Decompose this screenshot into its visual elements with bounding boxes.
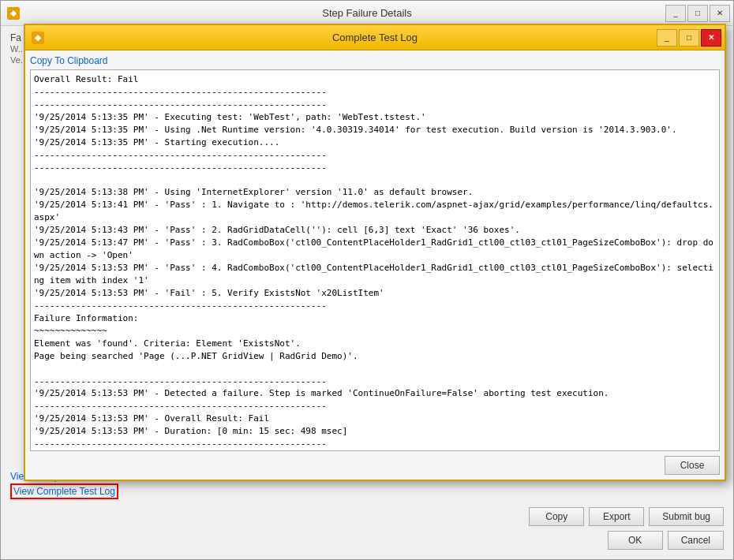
bg-window-title: Step Failure Details [322, 7, 411, 19]
bg-button-row2: OK Cancel [10, 531, 724, 550]
export-button[interactable]: Export [589, 507, 644, 526]
bg-button-row1: Copy Export Submit bug [10, 507, 724, 526]
modal-maximize-button[interactable]: □ [679, 29, 699, 47]
view-complete-log-link[interactable]: View Complete Test Log [10, 483, 118, 499]
modal-close-btn[interactable]: Close [665, 456, 720, 475]
bg-minimize-button[interactable]: _ [665, 5, 686, 22]
log-content: Overall Result: Fail -------------------… [34, 73, 716, 450]
submit-bug-button[interactable]: Submit bug [649, 507, 724, 526]
modal-log-area[interactable]: Overall Result: Fail -------------------… [30, 69, 720, 451]
bg-titlebar: ◆ Step Failure Details _ □ ✕ [1, 1, 733, 26]
modal-footer: Close [30, 451, 720, 475]
modal-close-button[interactable]: ✕ [701, 29, 721, 47]
ok-button[interactable]: OK [608, 531, 663, 550]
complete-test-log-modal: ◆ Complete Test Log _ □ ✕ Copy To Clipbo… [24, 24, 726, 481]
bg-maximize-button[interactable]: □ [687, 5, 708, 22]
modal-minimize-button[interactable]: _ [657, 29, 677, 47]
modal-app-icon: ◆ [32, 32, 44, 44]
bg-close-button[interactable]: ✕ [710, 5, 730, 22]
modal-body: Copy To Clipboard Overall Result: Fail -… [25, 50, 725, 480]
bg-titlebar-controls: _ □ ✕ [665, 5, 730, 22]
bg-app-icon: ◆ [7, 7, 20, 20]
cancel-button[interactable]: Cancel [668, 531, 724, 550]
modal-title: Complete Test Log [332, 32, 418, 43]
modal-titlebar-controls: _ □ ✕ [657, 29, 721, 47]
modal-titlebar: ◆ Complete Test Log _ □ ✕ [25, 25, 725, 50]
copy-button[interactable]: Copy [529, 507, 584, 526]
copy-to-clipboard-link[interactable]: Copy To Clipboard [30, 55, 720, 66]
